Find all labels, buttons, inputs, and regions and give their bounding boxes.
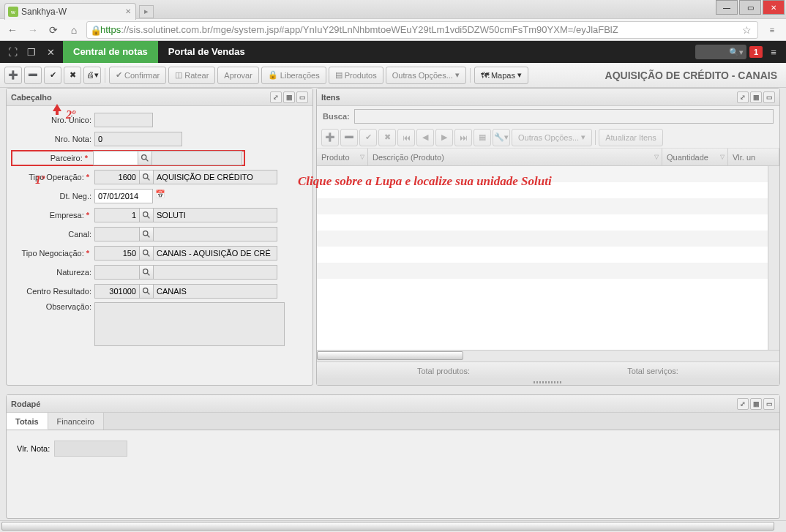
- panel-layout-icon[interactable]: ▦: [283, 91, 295, 103]
- app-tab-central[interactable]: Central de notas: [63, 41, 158, 63]
- parceiro-input[interactable]: [93, 151, 138, 165]
- panel-expand-icon[interactable]: ⤢: [270, 91, 282, 103]
- atualizar-itens-button[interactable]: Atualizar Itens: [599, 129, 663, 146]
- remove-button[interactable]: ➖: [24, 67, 42, 84]
- fullscreen-icon[interactable]: ⛶: [4, 44, 20, 60]
- magnifier-icon: [141, 154, 149, 162]
- window-maximize[interactable]: ▭: [739, 0, 761, 15]
- canal-lookup-button[interactable]: [139, 227, 154, 241]
- print-button[interactable]: 🖨▾: [83, 67, 101, 84]
- splitter-handle[interactable]: [317, 379, 779, 385]
- item-last-button[interactable]: ⏭: [454, 129, 472, 146]
- natureza-lookup-button[interactable]: [139, 265, 154, 280]
- table-row: [317, 166, 779, 182]
- window-close[interactable]: ✕: [763, 0, 785, 15]
- col-vlr[interactable]: Vlr. un: [728, 149, 779, 165]
- browser-tab[interactable]: w Sankhya-W ✕: [4, 3, 136, 20]
- item-prev-button[interactable]: ◀: [416, 129, 434, 146]
- aprovar-button[interactable]: Aprovar: [217, 67, 259, 84]
- tipo-neg-lookup-button[interactable]: [139, 246, 154, 261]
- tipo-oper-input[interactable]: [94, 170, 140, 184]
- mapas-button[interactable]: 🗺Mapas ▾: [474, 67, 528, 84]
- scrollbar-thumb[interactable]: [1, 522, 774, 531]
- forward-button[interactable]: →: [25, 22, 41, 38]
- panel-layout-icon[interactable]: ▦: [750, 398, 762, 410]
- close-app-icon[interactable]: ✕: [42, 44, 59, 60]
- url-bar[interactable]: 🔒 https://sis.solutinet.com.br/mge/syste…: [86, 21, 758, 39]
- confirm-icon-button[interactable]: ✔: [44, 67, 61, 84]
- produtos-button[interactable]: ▤Produtos: [329, 67, 383, 84]
- app-bar: ⛶ ❐ ✕ Central de notas Portal de Vendas …: [0, 41, 786, 63]
- notification-badge[interactable]: 1: [749, 46, 763, 58]
- busca-input[interactable]: [354, 109, 774, 124]
- chrome-menu-icon[interactable]: ≡: [763, 22, 782, 38]
- add-button[interactable]: ➕: [4, 67, 22, 84]
- back-button[interactable]: ←: [4, 22, 20, 38]
- panel-layout-icon[interactable]: ▦: [750, 91, 762, 103]
- home-button[interactable]: ⌂: [66, 22, 82, 38]
- panel-expand-icon[interactable]: ⤢: [737, 91, 749, 103]
- windows-icon[interactable]: ❐: [23, 44, 40, 60]
- panel-max-icon[interactable]: ▭: [763, 91, 775, 103]
- observacao-textarea[interactable]: [94, 302, 285, 346]
- tab-totais[interactable]: Totais: [7, 413, 48, 430]
- tipo-oper-lookup-button[interactable]: [139, 170, 154, 184]
- item-grid-button[interactable]: ▦: [474, 129, 491, 146]
- tipo-neg-input[interactable]: [94, 246, 140, 261]
- canal-input[interactable]: [94, 227, 140, 241]
- item-outras-button[interactable]: Outras Opções... ▾: [512, 129, 592, 146]
- panel-expand-icon[interactable]: ⤢: [737, 398, 749, 410]
- panel-max-icon[interactable]: ▭: [296, 91, 308, 103]
- col-descricao[interactable]: Descrição (Produto)▽: [368, 149, 662, 165]
- nro-nota-label: Nro. Nota:: [11, 135, 94, 143]
- app-tab-portal[interactable]: Portal de Vendas: [158, 41, 255, 63]
- lock-icon: 🔒: [268, 70, 278, 80]
- nro-unico-input[interactable]: [94, 113, 153, 127]
- outras-opcoes-button[interactable]: Outras Opções... ▾: [386, 67, 466, 84]
- app-search[interactable]: 🔍▾: [695, 45, 746, 59]
- filter-icon[interactable]: ▽: [720, 154, 725, 160]
- item-remove-button[interactable]: ➖: [340, 129, 358, 146]
- centro-res-label: Centro Resultado:: [11, 287, 94, 296]
- nro-nota-input[interactable]: [94, 132, 182, 146]
- close-tab-icon[interactable]: ✕: [125, 7, 131, 15]
- centro-res-lookup-button[interactable]: [139, 284, 154, 299]
- browser-nav-bar: ← → ⟳ ⌂ 🔒 https://sis.solutinet.com.br/m…: [0, 19, 786, 41]
- calendar-icon[interactable]: 📅: [155, 190, 168, 203]
- dt-neg-input[interactable]: [94, 189, 153, 203]
- cancel-icon-button[interactable]: ✖: [64, 67, 81, 84]
- item-cancel-button[interactable]: ✖: [378, 129, 396, 146]
- item-ok-button[interactable]: ✔: [359, 129, 377, 146]
- item-next-button[interactable]: ▶: [435, 129, 453, 146]
- natureza-input[interactable]: [94, 265, 140, 280]
- parceiro-label: Parceiro:: [50, 154, 83, 162]
- confirmar-button[interactable]: ✔Confirmar: [109, 67, 166, 84]
- svg-point-2: [143, 174, 148, 179]
- ratear-button[interactable]: ◫Ratear: [168, 67, 215, 84]
- tab-financeiro[interactable]: Financeiro: [48, 413, 104, 430]
- empresa-input[interactable]: [94, 208, 140, 222]
- vertical-scrollbar[interactable]: [768, 166, 779, 350]
- new-tab-button[interactable]: ▸: [139, 5, 154, 18]
- liberacoes-button[interactable]: 🔒Liberações: [261, 67, 326, 84]
- item-add-button[interactable]: ➕: [321, 129, 339, 146]
- col-quantidade[interactable]: Quantidade▽: [662, 149, 728, 165]
- scrollbar-thumb[interactable]: [317, 351, 463, 360]
- item-first-button[interactable]: ⏮: [397, 129, 415, 146]
- panel-max-icon[interactable]: ▭: [763, 398, 775, 410]
- reload-button[interactable]: ⟳: [45, 22, 61, 38]
- empresa-lookup-button[interactable]: [139, 208, 154, 222]
- filter-icon[interactable]: ▽: [654, 154, 659, 160]
- item-tool-button[interactable]: 🔧▾: [493, 129, 510, 146]
- bookmark-star-icon[interactable]: ☆: [739, 24, 755, 36]
- window-minimize[interactable]: —: [716, 0, 738, 15]
- vlr-nota-value: [54, 441, 127, 457]
- col-produto[interactable]: Produto▽: [317, 149, 368, 165]
- horizontal-scrollbar[interactable]: [317, 350, 779, 361]
- parceiro-lookup-button[interactable]: [138, 151, 152, 165]
- filter-icon[interactable]: ▽: [360, 154, 364, 160]
- empresa-desc: SOLUTI: [153, 208, 277, 222]
- page-horizontal-scrollbar[interactable]: [0, 520, 786, 532]
- app-menu-icon[interactable]: ≡: [766, 44, 782, 60]
- centro-res-input[interactable]: [94, 284, 140, 299]
